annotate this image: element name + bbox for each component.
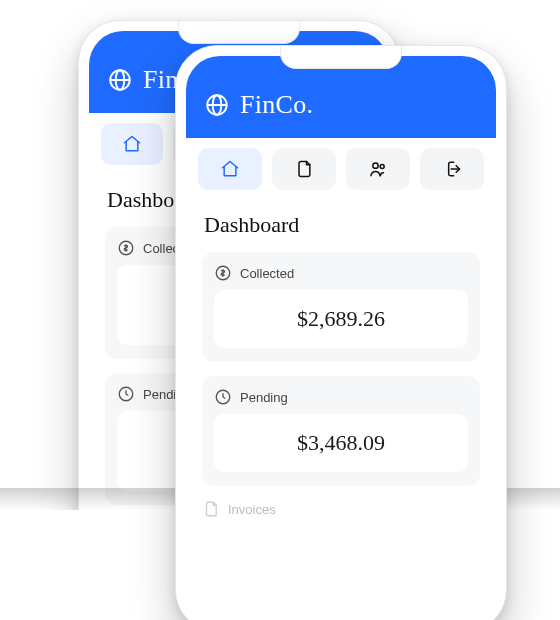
svg-point-8 [373, 163, 378, 168]
phone-notch [178, 21, 300, 44]
home-icon [220, 159, 240, 179]
card-pending-amount: $3,468.09 [214, 414, 468, 472]
page-content: Dashboard Collected $2,689.26 Pending $3… [186, 200, 496, 534]
card-pending-label: Pending [240, 390, 288, 405]
invoices-icon [202, 500, 220, 518]
users-icon [368, 159, 388, 179]
logout-icon [442, 159, 462, 179]
clock-icon [214, 388, 232, 406]
card-collected: Collected $2,689.26 [202, 252, 480, 362]
globe-icon [204, 92, 230, 118]
globe-icon [107, 67, 133, 93]
nav-documents[interactable] [272, 148, 336, 190]
invoices-row[interactable]: Invoices [202, 500, 480, 518]
nav-logout[interactable] [420, 148, 484, 190]
brand-name: FinCo. [240, 90, 313, 120]
nav-tabs [186, 138, 496, 200]
home-icon [122, 134, 142, 154]
dollar-icon [214, 264, 232, 282]
card-collected-label: Collected [240, 266, 294, 281]
phone-notch [280, 46, 402, 69]
card-collected-amount: $2,689.26 [214, 290, 468, 348]
page-title: Dashboard [204, 212, 478, 238]
nav-home[interactable] [198, 148, 262, 190]
card-pending: Pending $3,468.09 [202, 376, 480, 486]
clock-icon [117, 385, 135, 403]
nav-home[interactable] [101, 123, 163, 165]
phone-screen: FinCo. Dashboard Collected [186, 56, 496, 620]
document-icon [294, 159, 314, 179]
svg-point-9 [380, 165, 384, 169]
invoices-label: Invoices [228, 502, 276, 517]
dollar-icon [117, 239, 135, 257]
nav-users[interactable] [346, 148, 410, 190]
phone-front: FinCo. Dashboard Collected [175, 45, 507, 620]
